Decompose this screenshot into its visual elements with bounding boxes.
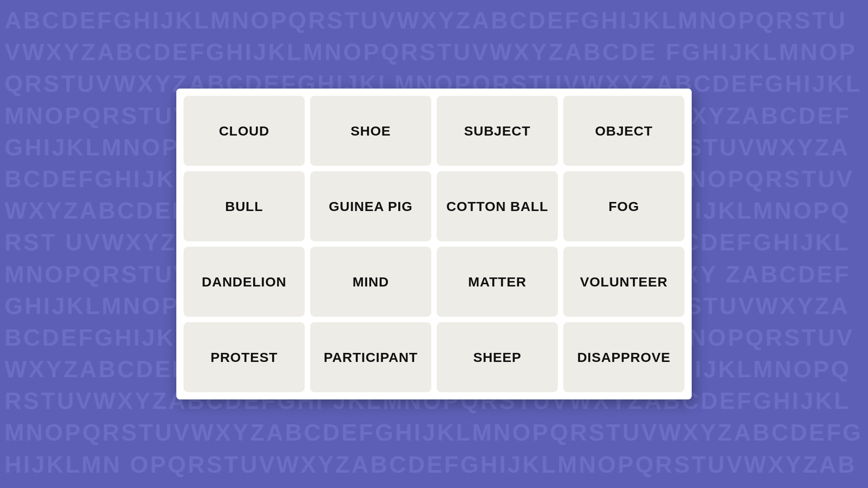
word-card-0[interactable]: CLOUD: [184, 96, 305, 166]
word-card-13[interactable]: PARTICIPANT: [310, 322, 431, 392]
word-label-0: CLOUD: [219, 123, 269, 139]
word-label-12: PROTEST: [211, 350, 278, 365]
word-card-7[interactable]: FOG: [563, 171, 684, 241]
word-label-6: COTTON BALL: [446, 199, 548, 214]
word-card-14[interactable]: SHEEP: [437, 322, 558, 392]
word-card-9[interactable]: MIND: [310, 247, 431, 317]
word-card-5[interactable]: GUINEA PIG: [310, 171, 431, 241]
word-card-12[interactable]: PROTEST: [184, 322, 305, 392]
word-card-4[interactable]: BULL: [184, 171, 305, 241]
word-label-7: FOG: [609, 199, 639, 214]
word-card-3[interactable]: OBJECT: [563, 96, 684, 166]
word-label-10: MATTER: [468, 274, 527, 290]
word-label-8: DANDELION: [202, 274, 286, 290]
word-grid-container: CLOUDSHOESUBJECTOBJECTBULLGUINEA PIGCOTT…: [176, 89, 692, 399]
word-card-11[interactable]: VOLUNTEER: [563, 247, 684, 317]
word-label-15: DISAPPROVE: [577, 350, 671, 365]
word-label-2: SUBJECT: [464, 123, 530, 139]
word-card-8[interactable]: DANDELION: [184, 247, 305, 317]
word-label-4: BULL: [225, 199, 263, 214]
word-card-1[interactable]: SHOE: [310, 96, 431, 166]
word-label-13: PARTICIPANT: [324, 350, 418, 365]
word-label-14: SHEEP: [473, 350, 522, 365]
word-label-11: VOLUNTEER: [580, 274, 668, 290]
word-grid: CLOUDSHOESUBJECTOBJECTBULLGUINEA PIGCOTT…: [184, 96, 684, 392]
word-card-10[interactable]: MATTER: [437, 247, 558, 317]
word-label-5: GUINEA PIG: [329, 199, 413, 214]
word-card-6[interactable]: COTTON BALL: [437, 171, 558, 241]
word-label-1: SHOE: [350, 123, 391, 139]
word-label-9: MIND: [353, 274, 389, 290]
word-label-3: OBJECT: [595, 123, 653, 139]
word-card-2[interactable]: SUBJECT: [437, 96, 558, 166]
word-card-15[interactable]: DISAPPROVE: [563, 322, 684, 392]
